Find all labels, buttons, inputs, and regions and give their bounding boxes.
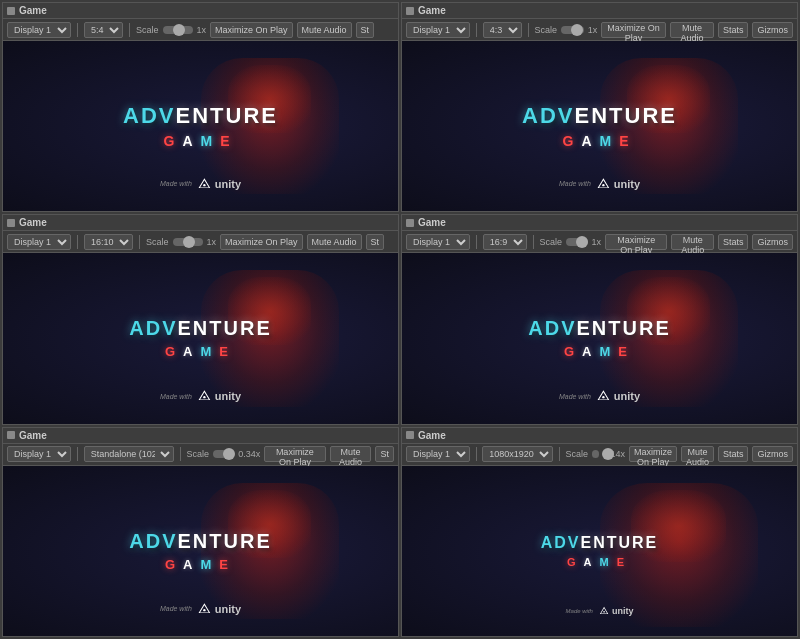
maximize-btn-1[interactable]: Maximize On Play	[210, 22, 293, 38]
display-select-5[interactable]: Display 1	[7, 446, 71, 462]
svg-point-2	[204, 396, 206, 398]
stats-btn-6[interactable]: Stats	[718, 446, 749, 462]
maximize-btn-5[interactable]: Maximize On Play	[264, 446, 325, 462]
aspect-select-2[interactable]: 4:3	[483, 22, 522, 38]
game-panel-2: Game Display 1 4:3 Scale 1x Maximize On …	[401, 2, 798, 212]
scale-value-3: 1x	[207, 237, 217, 247]
game-panel-6: Game Display 1 1080x1920 Scale 0.14x Max…	[401, 427, 798, 637]
gizmos-btn-2[interactable]: Gizmos	[752, 22, 793, 38]
aspect-select-4[interactable]: 16:9	[483, 234, 527, 250]
display-select-6[interactable]: Display 1	[406, 446, 470, 462]
unity-badge-3: Made with unity	[160, 389, 241, 403]
panel-title-6: Game	[418, 430, 446, 441]
game-content-3: ADVENTURE GAME Made with unity	[3, 253, 398, 423]
scale-value-2: 1x	[588, 25, 598, 35]
game-panel-4: Game Display 1 16:9 Scale 1x Maximize On…	[401, 214, 798, 424]
unity-icon-3	[198, 389, 212, 403]
titlebar-3: Game	[3, 215, 398, 231]
maximize-btn-4[interactable]: Maximize On Play	[605, 234, 667, 250]
panel-icon-6	[406, 431, 414, 439]
adventure-title-5: ADVENTURE	[129, 530, 271, 553]
game-scene-4: ADVENTURE GAME Made with unity	[402, 253, 797, 423]
scale-slider-4[interactable]	[566, 238, 588, 246]
unity-icon-6	[599, 606, 609, 616]
stats-btn-5[interactable]: St	[375, 446, 394, 462]
game-scene-1: ADVENTURE GAME Made with unity	[3, 41, 398, 211]
game-subtitle-1: GAME	[163, 133, 237, 149]
display-select-4[interactable]: Display 1	[406, 234, 470, 250]
game-subtitle-6: GAME	[567, 556, 632, 568]
gizmos-btn-6[interactable]: Gizmos	[752, 446, 793, 462]
scale-slider-5[interactable]	[213, 450, 234, 458]
maximize-btn-2[interactable]: Maximize On Play	[601, 22, 666, 38]
game-scene-5: ADVENTURE GAME Made with unity	[3, 466, 398, 636]
toolbar-6: Display 1 1080x1920 Scale 0.14x Maximize…	[402, 444, 797, 466]
game-content-4: ADVENTURE GAME Made with unity	[402, 253, 797, 423]
display-select-1[interactable]: Display 1	[7, 22, 71, 38]
stats-btn-2[interactable]: Stats	[718, 22, 749, 38]
scale-value-1: 1x	[197, 25, 207, 35]
scale-slider-6[interactable]	[592, 450, 599, 458]
game-subtitle-5: GAME	[165, 557, 236, 572]
made-with-1: Made with	[160, 180, 192, 187]
svg-point-0	[204, 184, 206, 186]
game-scene-6: ADVENTURE GAME Made with unity	[402, 466, 797, 636]
adventure-title-4: ADVENTURE	[528, 317, 670, 340]
unity-icon-1	[198, 177, 212, 191]
toolbar-1: Display 1 5:4 Scale 1x Maximize On Play …	[3, 19, 398, 41]
mute-btn-4[interactable]: Mute Audio	[671, 234, 714, 250]
panel-title-2: Game	[418, 5, 446, 16]
game-scene-2: ADVENTURE GAME Made with unity	[402, 41, 797, 211]
panel-icon-2	[406, 7, 414, 15]
game-subtitle-2: GAME	[562, 133, 636, 149]
unity-badge-4: Made with unity	[559, 389, 640, 403]
panel-title-4: Game	[418, 217, 446, 228]
stats-btn-3[interactable]: St	[366, 234, 385, 250]
panel-title-3: Game	[19, 217, 47, 228]
game-subtitle-3: GAME	[165, 344, 236, 359]
scale-slider-2[interactable]	[561, 26, 584, 34]
game-panel-5: Game Display 1 Standalone (1024x768) Sca…	[2, 427, 399, 637]
svg-point-1	[603, 184, 605, 186]
stats-btn-1[interactable]: St	[356, 22, 375, 38]
maximize-btn-6[interactable]: Maximize On Play	[629, 446, 677, 462]
unity-icon-2	[597, 177, 611, 191]
titlebar-1: Game	[3, 3, 398, 19]
mute-btn-3[interactable]: Mute Audio	[307, 234, 362, 250]
game-panel-3: Game Display 1 16:10 Scale 1x Maximize O…	[2, 214, 399, 424]
gizmos-btn-4[interactable]: Gizmos	[752, 234, 793, 250]
mute-btn-6[interactable]: Mute Audio	[681, 446, 714, 462]
display-select-3[interactable]: Display 1	[7, 234, 71, 250]
mute-btn-1[interactable]: Mute Audio	[297, 22, 352, 38]
panel-icon-1	[7, 7, 15, 15]
display-select-2[interactable]: Display 1	[406, 22, 470, 38]
titlebar-5: Game	[3, 428, 398, 444]
panel-title-5: Game	[19, 430, 47, 441]
scale-slider-3[interactable]	[173, 238, 203, 246]
maximize-btn-3[interactable]: Maximize On Play	[220, 234, 303, 250]
unity-icon-5	[198, 602, 212, 616]
mute-btn-5[interactable]: Mute Audio	[330, 446, 372, 462]
mute-btn-2[interactable]: Mute Audio	[670, 22, 714, 38]
game-content-5: ADVENTURE GAME Made with unity	[3, 466, 398, 636]
aspect-select-3[interactable]: 16:10	[84, 234, 133, 250]
aspect-select-5[interactable]: Standalone (1024x768)	[84, 446, 174, 462]
aspect-select-6[interactable]: 1080x1920	[482, 446, 553, 462]
aspect-select-1[interactable]: 5:4	[84, 22, 123, 38]
unity-logo-1: unity	[198, 177, 241, 191]
svg-point-5	[603, 611, 605, 613]
svg-point-4	[204, 609, 206, 611]
game-content-6: ADVENTURE GAME Made with unity	[402, 466, 797, 636]
stats-btn-4[interactable]: Stats	[718, 234, 749, 250]
scale-slider-1[interactable]	[163, 26, 193, 34]
game-subtitle-4: GAME	[564, 344, 635, 359]
toolbar-4: Display 1 16:9 Scale 1x Maximize On Play…	[402, 231, 797, 253]
unity-text-1: unity	[215, 178, 241, 190]
toolbar-2: Display 1 4:3 Scale 1x Maximize On Play …	[402, 19, 797, 41]
game-panel-1: Game Display 1 5:4 Scale 1x Maximize On …	[2, 2, 399, 212]
panel-icon-5	[7, 431, 15, 439]
titlebar-2: Game	[402, 3, 797, 19]
game-content-2: ADVENTURE GAME Made with unity	[402, 41, 797, 211]
titlebar-4: Game	[402, 215, 797, 231]
game-scene-3: ADVENTURE GAME Made with unity	[3, 253, 398, 423]
